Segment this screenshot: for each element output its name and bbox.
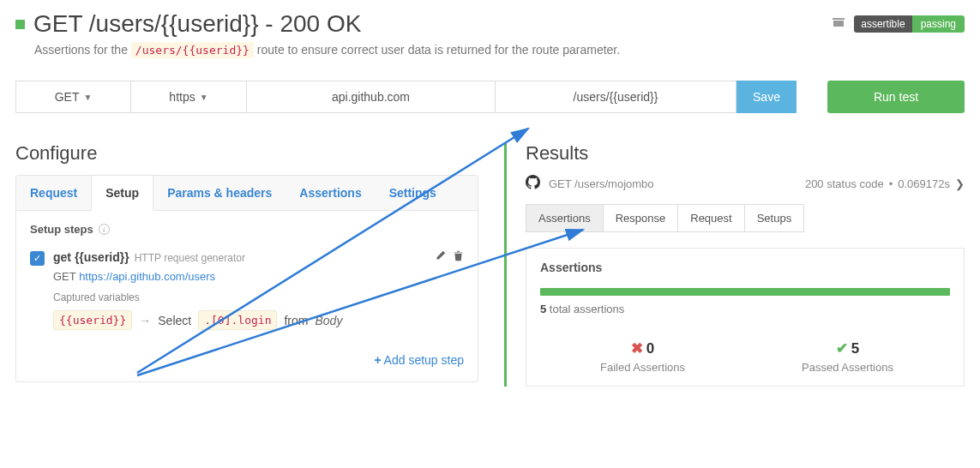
check-icon: ✔	[836, 339, 848, 357]
configure-panel: Request Setup Params & headers Assertion…	[15, 175, 478, 382]
failed-assertions-stat: ✖0 Failed Assertions	[540, 339, 745, 374]
step-url-link[interactable]: https://api.github.com/users	[79, 270, 215, 283]
edit-icon[interactable]	[435, 249, 446, 265]
passed-assertions-stat: ✔5 Passed Assertions	[745, 339, 950, 374]
result-status-code: 200 status code	[805, 177, 884, 190]
add-setup-step-link[interactable]: +Add setup step	[374, 353, 464, 367]
result-tabs: Assertions Response Request Setups	[526, 204, 965, 232]
results-header: GET /users/mojombo 200 status code • 0.0…	[526, 175, 965, 192]
x-icon: ✖	[631, 339, 643, 357]
results-heading: Results	[526, 142, 965, 165]
route-code: /users/{{userid}}	[131, 42, 254, 58]
tab-setup[interactable]: Setup	[91, 176, 153, 211]
tab-assertions[interactable]: Assertions	[286, 176, 375, 210]
arrow-right-icon: →	[139, 314, 151, 327]
badge-status: passing	[912, 15, 965, 33]
github-icon	[526, 175, 540, 192]
progress-bar	[540, 288, 950, 296]
step-title: get {{userid}}	[53, 250, 129, 264]
status-indicator	[15, 20, 25, 29]
step-request-line: GET https://api.github.com/users	[53, 270, 464, 283]
variable-chip: {{userid}}	[53, 310, 132, 330]
result-request-line: GET /users/mojombo	[549, 177, 654, 190]
result-tab-response[interactable]: Response	[604, 204, 679, 232]
path-input[interactable]: /users/{{userid}}	[496, 81, 737, 113]
plus-icon: +	[374, 353, 381, 367]
assertions-panel-title: Assertions	[540, 261, 950, 274]
total-assertions-label: 5 total assertions	[540, 303, 950, 315]
page-title: GET /users/{{userid}} - 200 OK	[33, 10, 361, 38]
page-subtitle: Assertions for the /users/{{userid}} rou…	[34, 43, 965, 57]
captured-variable-row: {{userid}} → Select .[0].login from Body	[53, 310, 464, 330]
configure-heading: Configure	[15, 142, 478, 165]
result-tab-assertions[interactable]: Assertions	[526, 204, 604, 232]
host-input[interactable]: api.github.com	[247, 81, 496, 113]
captured-variables-label: Captured variables	[53, 291, 464, 303]
setup-step: ✓ get {{userid}} HTTP request generator …	[30, 249, 464, 330]
run-test-button[interactable]: Run test	[827, 81, 965, 113]
step-subtitle: HTTP request generator	[135, 252, 245, 264]
tab-request[interactable]: Request	[16, 176, 91, 210]
trash-icon[interactable]	[453, 249, 464, 265]
save-button[interactable]: Save	[737, 81, 797, 113]
configure-tabs: Request Setup Params & headers Assertion…	[16, 176, 478, 211]
request-bar: GET▼ https▼ api.github.com /users/{{user…	[15, 81, 965, 113]
assertions-panel: Assertions 5 total assertions ✖0 Failed …	[526, 248, 965, 387]
result-tab-request[interactable]: Request	[678, 204, 744, 232]
tab-settings[interactable]: Settings	[376, 176, 450, 210]
chevron-down-icon[interactable]: ❯	[955, 177, 965, 190]
result-tab-setups[interactable]: Setups	[745, 204, 804, 232]
archive-icon[interactable]	[832, 15, 845, 33]
info-icon[interactable]: i	[99, 224, 110, 235]
step-checkbox[interactable]: ✓	[30, 251, 45, 266]
badge-brand: assertible	[854, 15, 911, 33]
scheme-select[interactable]: https▼	[131, 81, 247, 113]
selector-chip: .[0].login	[198, 310, 277, 330]
result-timing: 0.069172s	[898, 177, 950, 190]
method-select[interactable]: GET▼	[15, 81, 131, 113]
setup-steps-label: Setup steps i	[30, 223, 464, 236]
status-badge: assertible passing	[854, 15, 965, 33]
tab-params-headers[interactable]: Params & headers	[153, 176, 286, 210]
